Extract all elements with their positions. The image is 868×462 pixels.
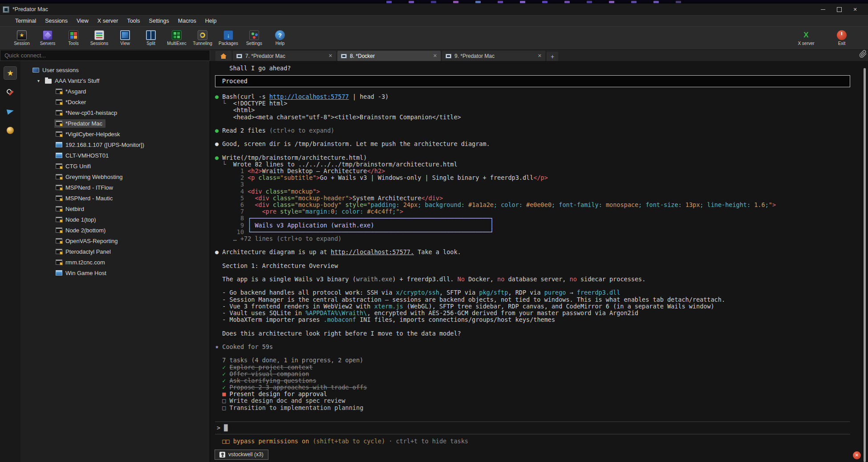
- terminal-scrollbar[interactable]: [864, 68, 866, 462]
- session-item[interactable]: *New-cp01-heistacp: [20, 107, 210, 118]
- expand-arrow-icon[interactable]: ▾: [37, 78, 44, 83]
- title-bar: *Predator Mac: [0, 4, 868, 15]
- session-item[interactable]: Node 2(bottom): [20, 225, 210, 235]
- background-taskbar-icon: [475, 1, 481, 3]
- paperclip-icon[interactable]: [859, 49, 867, 59]
- menu-macros[interactable]: Macros: [174, 16, 201, 25]
- ssh-icon: [56, 99, 62, 105]
- close-tab-icon[interactable]: [538, 53, 542, 59]
- session-item[interactable]: Pterodactyl Panel: [20, 246, 210, 257]
- tools-button[interactable]: Tools: [61, 29, 85, 47]
- tree-item-label: Greyming Webhosting: [65, 174, 122, 180]
- terminal-line: ● Bash(curl -s http://localhost:57577 | …: [215, 93, 856, 100]
- terminal-line: [215, 242, 856, 249]
- sessions-button[interactable]: Sessions: [87, 29, 111, 47]
- terminal-line: ∗ Cooked for 59s: [215, 344, 856, 350]
- tools-label: Tools: [68, 41, 78, 46]
- terminal-line: <head><meta charset="utf-8"><title>Brain…: [215, 114, 856, 121]
- quick-connect: [0, 50, 210, 61]
- tab-8-docker[interactable]: 8. *Docker: [337, 51, 441, 61]
- close-tab-icon[interactable]: [433, 53, 437, 59]
- menu-settings[interactable]: Settings: [145, 16, 174, 25]
- session-item[interactable]: Netbird: [20, 203, 210, 214]
- session-item[interactable]: CTG Unifi: [20, 161, 210, 171]
- terminal-line: ✓ Propose 2-3 approaches with trade-offs: [215, 384, 856, 391]
- packages-button[interactable]: Packages: [216, 29, 240, 47]
- desktop-screen: *Predator Mac TerminalSessionsViewX serv…: [0, 0, 868, 462]
- tab-7-predator-mac[interactable]: 7. *Predator Mac: [233, 51, 336, 61]
- session-item[interactable]: Win Game Host: [20, 267, 210, 278]
- session-item[interactable]: *Docker: [20, 97, 210, 107]
- tree-item-label: CTG Unifi: [65, 163, 91, 170]
- prompt-symbol: >: [217, 425, 224, 431]
- tab-9-predator-mac[interactable]: 9. *Predator Mac: [442, 51, 545, 61]
- session-button[interactable]: Session: [10, 29, 34, 47]
- terminal-line: ● Write(/tmp/brainstorm/architecture.htm…: [215, 154, 856, 161]
- proceed-option[interactable]: Proceed: [215, 75, 850, 87]
- session-item[interactable]: rmm.t2cnc.com: [20, 257, 210, 267]
- sphere-panel-button[interactable]: [4, 124, 17, 137]
- view-button[interactable]: View: [113, 29, 137, 47]
- session-item[interactable]: MSPNerd - Mautic: [20, 193, 210, 203]
- tree-root-user-sessions[interactable]: User sessions: [20, 65, 210, 75]
- split-button[interactable]: Split: [139, 29, 163, 47]
- background-taskbar-icon: [453, 1, 458, 3]
- tree-item-chip: Node 2(bottom): [54, 226, 109, 235]
- multiexec-button[interactable]: MultiExec: [165, 29, 189, 47]
- close-window-icon[interactable]: [848, 5, 862, 14]
- help-button[interactable]: Help: [268, 29, 292, 47]
- session-item[interactable]: CLT-VMHOST01: [20, 150, 210, 161]
- split-icon: [146, 30, 156, 40]
- screen-session-tab[interactable]: vstockwell (x3): [215, 450, 268, 460]
- tree-item-label: MSPNerd - ITFlow: [65, 184, 113, 191]
- menu-sessions[interactable]: Sessions: [41, 16, 72, 25]
- session-item[interactable]: OpenVAS-Reporting: [20, 235, 210, 246]
- terminal-line: 5 <div class="mockup-header">System Arch…: [215, 195, 856, 202]
- home-icon: [220, 53, 227, 59]
- maximize-icon[interactable]: [832, 5, 846, 14]
- menu-help[interactable]: Help: [201, 16, 221, 25]
- exit-button[interactable]: Exit: [830, 29, 854, 47]
- tree-item-chip: AAA Vantz's Stuff: [44, 77, 102, 85]
- settings-button[interactable]: Settings: [242, 29, 266, 47]
- quick-connect-input[interactable]: [0, 52, 210, 59]
- session-item[interactable]: Node 1(top): [20, 214, 210, 225]
- servers-button[interactable]: Servers: [36, 29, 60, 47]
- tunneling-button[interactable]: Tunneling: [191, 29, 215, 47]
- plane-panel-button[interactable]: [4, 105, 17, 118]
- tree-folder[interactable]: ▾AAA Vantz's Stuff: [20, 75, 210, 86]
- tab-label: 7. *Predator Mac: [245, 53, 325, 59]
- star-panel-button[interactable]: [4, 66, 17, 80]
- multiexec-label: MultiExec: [167, 41, 186, 46]
- close-tab-icon[interactable]: [329, 53, 333, 59]
- menu-view[interactable]: View: [72, 16, 93, 25]
- new-tab-button[interactable]: [547, 52, 558, 61]
- close-terminal-button[interactable]: [853, 451, 861, 459]
- session-item[interactable]: *Asgard: [20, 86, 210, 97]
- terminal[interactable]: Shall I go ahead? Proceed ● Bash(curl -s…: [210, 61, 868, 462]
- settings-icon: [249, 30, 259, 40]
- terminal-line: - MobaXTerm importer parses .mobaconf IN…: [215, 316, 856, 323]
- tab-home[interactable]: [215, 51, 231, 61]
- background-taskbar-icon: [409, 1, 414, 3]
- rdp-icon: [56, 142, 62, 147]
- menu-terminal[interactable]: Terminal: [11, 16, 41, 25]
- menu-tools[interactable]: Tools: [122, 16, 144, 25]
- session-item[interactable]: 192.168.1.107 ([UPS-Monitor]): [20, 139, 210, 150]
- wrench-panel-button[interactable]: [4, 85, 17, 99]
- tree-item-chip: *VigilCyber-Helpdesk: [54, 130, 123, 138]
- session-item[interactable]: *VigilCyber-Helpdesk: [20, 129, 210, 139]
- xserver-button[interactable]: X server: [794, 29, 818, 47]
- sessions-label: Sessions: [90, 41, 109, 46]
- tree-item-chip: CTG Unifi: [54, 162, 94, 170]
- tree-item-chip: MSPNerd - Mautic: [54, 194, 116, 203]
- session-item[interactable]: Greyming Webhosting: [20, 171, 210, 182]
- tree-item-chip: *Asgard: [54, 87, 89, 96]
- terminal-icon: [446, 54, 451, 58]
- menu-x-server[interactable]: X server: [93, 16, 123, 25]
- terminal-line: Does this architecture look right before…: [215, 330, 856, 337]
- prompt-input[interactable]: > █: [215, 421, 850, 434]
- session-item[interactable]: MSPNerd - ITFlow: [20, 182, 210, 193]
- session-item[interactable]: *Predator Mac: [20, 118, 210, 129]
- minimize-icon[interactable]: [816, 5, 830, 14]
